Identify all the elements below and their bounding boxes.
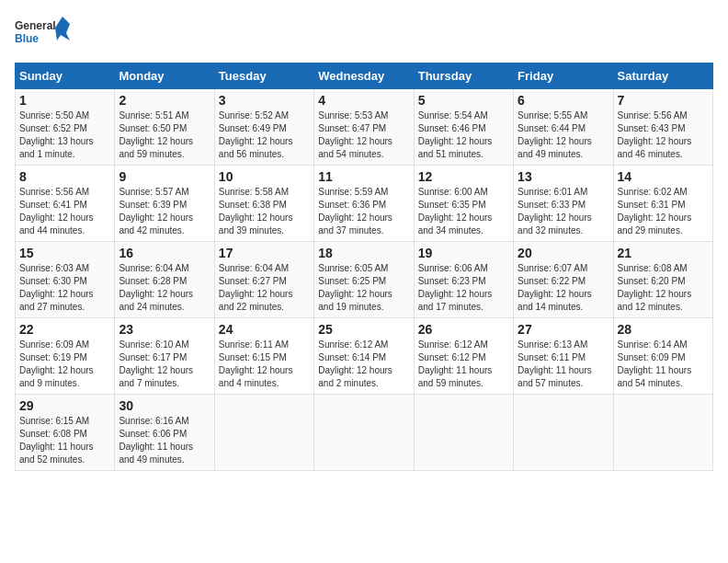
calendar-table: SundayMondayTuesdayWednesdayThursdayFrid…	[15, 63, 713, 471]
svg-text:Blue: Blue	[15, 32, 39, 45]
day-info: Sunrise: 6:08 AM Sunset: 6:20 PM Dayligh…	[618, 262, 709, 314]
calendar-cell: 11Sunrise: 5:59 AM Sunset: 6:36 PM Dayli…	[314, 166, 414, 242]
calendar-cell: 17Sunrise: 6:04 AM Sunset: 6:27 PM Dayli…	[214, 242, 313, 318]
calendar-cell: 19Sunrise: 6:06 AM Sunset: 6:23 PM Dayli…	[414, 242, 513, 318]
day-number: 12	[418, 169, 509, 184]
day-number: 4	[318, 93, 409, 108]
week-row-3: 15Sunrise: 6:03 AM Sunset: 6:30 PM Dayli…	[16, 242, 713, 318]
day-number: 2	[119, 93, 210, 108]
day-info: Sunrise: 6:00 AM Sunset: 6:35 PM Dayligh…	[418, 186, 509, 237]
day-number: 1	[19, 93, 110, 108]
day-info: Sunrise: 6:15 AM Sunset: 6:08 PM Dayligh…	[19, 415, 110, 466]
day-info: Sunrise: 6:10 AM Sunset: 6:17 PM Dayligh…	[119, 339, 210, 390]
day-number: 30	[119, 398, 210, 413]
calendar-cell: 5Sunrise: 5:54 AM Sunset: 6:46 PM Daylig…	[414, 89, 513, 166]
calendar-cell: 7Sunrise: 5:56 AM Sunset: 6:43 PM Daylig…	[613, 89, 712, 166]
calendar-cell: 1Sunrise: 5:50 AM Sunset: 6:52 PM Daylig…	[16, 89, 115, 166]
calendar-cell: 24Sunrise: 6:11 AM Sunset: 6:15 PM Dayli…	[214, 318, 313, 395]
day-number: 5	[418, 93, 509, 108]
day-number: 18	[318, 246, 409, 260]
calendar-cell	[314, 395, 414, 471]
day-number: 22	[19, 322, 110, 337]
calendar-cell: 14Sunrise: 6:02 AM Sunset: 6:31 PM Dayli…	[613, 166, 712, 242]
weekday-header-sunday: Sunday	[16, 63, 115, 89]
day-number: 3	[219, 93, 310, 108]
day-info: Sunrise: 5:50 AM Sunset: 6:52 PM Dayligh…	[19, 109, 110, 161]
day-number: 20	[518, 246, 609, 260]
calendar-cell: 6Sunrise: 5:55 AM Sunset: 6:44 PM Daylig…	[514, 89, 613, 166]
calendar-cell	[414, 395, 513, 471]
week-row-2: 8Sunrise: 5:56 AM Sunset: 6:41 PM Daylig…	[16, 166, 713, 242]
day-number: 19	[418, 246, 509, 260]
day-info: Sunrise: 6:02 AM Sunset: 6:31 PM Dayligh…	[618, 186, 709, 237]
weekday-header-saturday: Saturday	[613, 63, 712, 89]
calendar-cell: 25Sunrise: 6:12 AM Sunset: 6:14 PM Dayli…	[314, 318, 414, 395]
day-info: Sunrise: 6:13 AM Sunset: 6:11 PM Dayligh…	[518, 339, 609, 390]
day-number: 26	[418, 322, 509, 337]
day-info: Sunrise: 6:14 AM Sunset: 6:09 PM Dayligh…	[618, 339, 709, 390]
day-info: Sunrise: 6:03 AM Sunset: 6:30 PM Dayligh…	[19, 262, 110, 314]
day-info: Sunrise: 6:12 AM Sunset: 6:14 PM Dayligh…	[318, 339, 409, 390]
weekday-header-wednesday: Wednesday	[314, 63, 414, 89]
day-number: 10	[219, 169, 310, 184]
calendar-cell: 15Sunrise: 6:03 AM Sunset: 6:30 PM Dayli…	[16, 242, 115, 318]
calendar-cell: 22Sunrise: 6:09 AM Sunset: 6:19 PM Dayli…	[16, 318, 115, 395]
day-info: Sunrise: 5:52 AM Sunset: 6:49 PM Dayligh…	[219, 109, 310, 161]
day-number: 7	[618, 93, 709, 108]
weekday-header-tuesday: Tuesday	[214, 63, 313, 89]
calendar-cell: 2Sunrise: 5:51 AM Sunset: 6:50 PM Daylig…	[115, 89, 214, 166]
logo: General Blue	[15, 15, 70, 52]
svg-text:General: General	[15, 19, 56, 32]
calendar-cell: 20Sunrise: 6:07 AM Sunset: 6:22 PM Dayli…	[514, 242, 613, 318]
day-number: 8	[19, 169, 110, 184]
day-info: Sunrise: 5:57 AM Sunset: 6:39 PM Dayligh…	[119, 186, 210, 237]
day-number: 28	[618, 322, 709, 337]
week-row-5: 29Sunrise: 6:15 AM Sunset: 6:08 PM Dayli…	[16, 395, 713, 471]
calendar-cell: 23Sunrise: 6:10 AM Sunset: 6:17 PM Dayli…	[115, 318, 214, 395]
day-info: Sunrise: 6:16 AM Sunset: 6:06 PM Dayligh…	[119, 415, 210, 466]
day-number: 23	[119, 322, 210, 337]
day-info: Sunrise: 5:54 AM Sunset: 6:46 PM Dayligh…	[418, 109, 509, 161]
day-info: Sunrise: 5:56 AM Sunset: 6:43 PM Dayligh…	[618, 109, 709, 161]
day-number: 17	[219, 246, 310, 260]
calendar-cell	[514, 395, 613, 471]
calendar-cell: 9Sunrise: 5:57 AM Sunset: 6:39 PM Daylig…	[115, 166, 214, 242]
weekday-header-row: SundayMondayTuesdayWednesdayThursdayFrid…	[16, 63, 713, 89]
day-info: Sunrise: 6:06 AM Sunset: 6:23 PM Dayligh…	[418, 262, 509, 314]
calendar-cell: 3Sunrise: 5:52 AM Sunset: 6:49 PM Daylig…	[214, 89, 313, 166]
day-info: Sunrise: 5:55 AM Sunset: 6:44 PM Dayligh…	[518, 109, 609, 161]
calendar-cell: 21Sunrise: 6:08 AM Sunset: 6:20 PM Dayli…	[613, 242, 712, 318]
day-number: 14	[618, 169, 709, 184]
day-number: 27	[518, 322, 609, 337]
day-info: Sunrise: 5:59 AM Sunset: 6:36 PM Dayligh…	[318, 186, 409, 237]
calendar-cell: 10Sunrise: 5:58 AM Sunset: 6:38 PM Dayli…	[214, 166, 313, 242]
calendar-cell: 26Sunrise: 6:12 AM Sunset: 6:12 PM Dayli…	[414, 318, 513, 395]
day-number: 16	[119, 246, 210, 260]
week-row-4: 22Sunrise: 6:09 AM Sunset: 6:19 PM Dayli…	[16, 318, 713, 395]
day-number: 9	[119, 169, 210, 184]
day-info: Sunrise: 5:56 AM Sunset: 6:41 PM Dayligh…	[19, 186, 110, 237]
day-info: Sunrise: 6:05 AM Sunset: 6:25 PM Dayligh…	[318, 262, 409, 314]
page-header: General Blue	[15, 15, 713, 52]
day-number: 6	[518, 93, 609, 108]
day-info: Sunrise: 6:07 AM Sunset: 6:22 PM Dayligh…	[518, 262, 609, 314]
day-info: Sunrise: 6:04 AM Sunset: 6:27 PM Dayligh…	[219, 262, 310, 314]
calendar-cell	[214, 395, 313, 471]
day-number: 11	[318, 169, 409, 184]
calendar-cell	[613, 395, 712, 471]
day-info: Sunrise: 5:51 AM Sunset: 6:50 PM Dayligh…	[119, 109, 210, 161]
calendar-cell: 30Sunrise: 6:16 AM Sunset: 6:06 PM Dayli…	[115, 395, 214, 471]
day-info: Sunrise: 5:58 AM Sunset: 6:38 PM Dayligh…	[219, 186, 310, 237]
week-row-1: 1Sunrise: 5:50 AM Sunset: 6:52 PM Daylig…	[16, 89, 713, 166]
day-info: Sunrise: 6:01 AM Sunset: 6:33 PM Dayligh…	[518, 186, 609, 237]
weekday-header-monday: Monday	[115, 63, 214, 89]
day-info: Sunrise: 6:09 AM Sunset: 6:19 PM Dayligh…	[19, 339, 110, 390]
day-number: 15	[19, 246, 110, 260]
calendar-cell: 28Sunrise: 6:14 AM Sunset: 6:09 PM Dayli…	[613, 318, 712, 395]
calendar-cell: 13Sunrise: 6:01 AM Sunset: 6:33 PM Dayli…	[514, 166, 613, 242]
calendar-cell: 4Sunrise: 5:53 AM Sunset: 6:47 PM Daylig…	[314, 89, 414, 166]
day-info: Sunrise: 5:53 AM Sunset: 6:47 PM Dayligh…	[318, 109, 409, 161]
day-number: 21	[618, 246, 709, 260]
day-info: Sunrise: 6:12 AM Sunset: 6:12 PM Dayligh…	[418, 339, 509, 390]
calendar-cell: 8Sunrise: 5:56 AM Sunset: 6:41 PM Daylig…	[16, 166, 115, 242]
